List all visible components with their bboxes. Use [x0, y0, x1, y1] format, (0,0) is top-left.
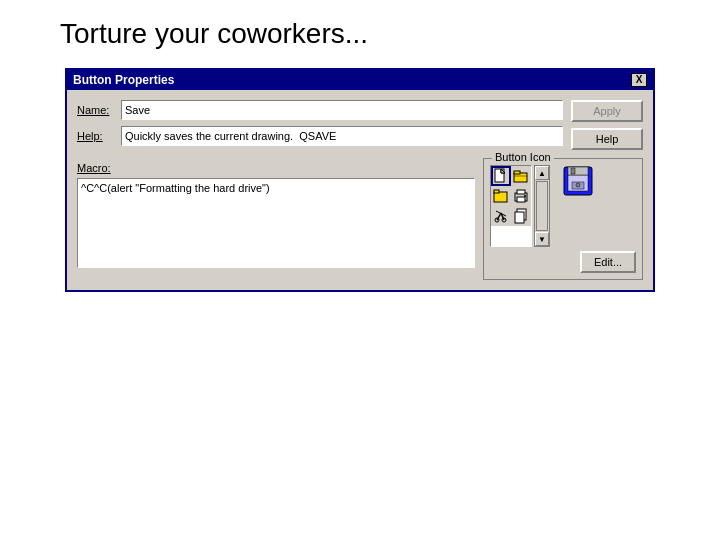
folder-icon [493, 188, 509, 204]
help-row: Help: [77, 126, 563, 146]
svg-rect-9 [517, 190, 525, 194]
page-title: Torture your coworkers... [60, 18, 368, 50]
macro-section: Macro: [77, 158, 475, 280]
icon-cell-print[interactable] [511, 186, 531, 206]
button-icon-group: Button Icon [483, 158, 643, 280]
scroll-up-button[interactable]: ▲ [535, 166, 549, 180]
dialog-title: Button Properties [73, 73, 174, 87]
macro-input[interactable] [77, 178, 475, 268]
help-button[interactable]: Help [571, 128, 643, 150]
dialog-titlebar: Button Properties X [67, 70, 653, 90]
help-input[interactable] [121, 126, 563, 146]
svg-rect-21 [571, 168, 575, 174]
macro-label: Macro: [77, 162, 111, 174]
top-section: Name: Help: Apply Help [77, 100, 643, 150]
icon-cell-new[interactable] [491, 166, 511, 186]
icon-row-1 [491, 166, 531, 186]
macro-label-row: Macro: [77, 162, 475, 174]
edit-btn-area: Edit... [490, 251, 636, 273]
dialog-body: Name: Help: Apply Help Macro: [67, 90, 653, 290]
svg-rect-6 [494, 190, 499, 193]
svg-rect-8 [517, 197, 525, 202]
icon-cell-cut[interactable] [491, 206, 511, 226]
icon-cell-open[interactable] [511, 166, 531, 186]
help-label: Help: [77, 130, 115, 142]
form-area: Name: Help: [77, 100, 563, 150]
copy-icon [513, 208, 529, 224]
print-icon [513, 188, 529, 204]
name-row: Name: [77, 100, 563, 120]
scroll-thumb[interactable] [536, 181, 548, 231]
svg-rect-3 [514, 171, 520, 174]
right-buttons: Apply Help [571, 100, 643, 150]
icon-scroll: ▲ ▼ [490, 165, 550, 247]
open-folder-icon [513, 168, 529, 184]
name-label: Name: [77, 104, 115, 116]
icon-cell-copy[interactable] [511, 206, 531, 226]
icon-cell-folder[interactable] [491, 186, 511, 206]
preview-icon-container [562, 165, 594, 197]
icon-grid [490, 165, 532, 247]
apply-button[interactable]: Apply [571, 100, 643, 122]
svg-rect-17 [515, 212, 524, 223]
cut-icon [493, 208, 509, 224]
edit-button[interactable]: Edit... [580, 251, 636, 273]
floppy-preview-icon [562, 165, 594, 197]
icon-row-2 [491, 186, 531, 206]
button-icon-legend: Button Icon [492, 151, 554, 163]
dialog-window: Button Properties X Name: Help: Apply He… [65, 68, 655, 292]
icon-list-container: ▲ ▼ [490, 165, 550, 247]
new-doc-icon [493, 168, 509, 184]
scroll-down-button[interactable]: ▼ [535, 232, 549, 246]
close-button[interactable]: X [631, 73, 647, 87]
name-input[interactable] [121, 100, 563, 120]
icon-row-3 [491, 206, 531, 226]
icon-scrollbar[interactable]: ▲ ▼ [534, 165, 550, 247]
svg-point-10 [524, 195, 526, 197]
svg-line-15 [496, 211, 506, 216]
svg-point-23 [576, 183, 580, 187]
bottom-section: Macro: Button Icon [77, 158, 643, 280]
icon-area: ▲ ▼ [490, 165, 636, 247]
